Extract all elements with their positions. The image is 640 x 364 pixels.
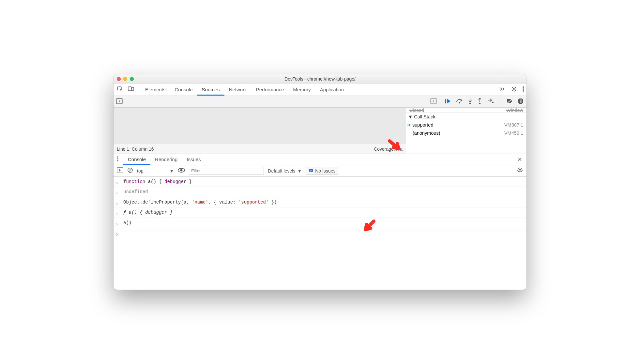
console-line: ƒ a() { debugger } xyxy=(114,207,526,218)
levels-value: Default levels xyxy=(268,168,295,174)
deactivate-breakpoints-icon[interactable] xyxy=(506,98,513,105)
minimize-dot-icon[interactable] xyxy=(123,77,127,81)
code-segment: } xyxy=(186,179,192,184)
zoom-dot-icon[interactable] xyxy=(130,77,134,81)
input-chevron-icon xyxy=(116,179,118,187)
tab-network[interactable]: Network xyxy=(224,83,251,96)
pause-on-exceptions-icon[interactable] xyxy=(517,98,524,105)
svg-point-18 xyxy=(117,160,118,161)
issues-chip-label: No Issues xyxy=(315,168,335,174)
svg-point-16 xyxy=(117,156,118,158)
svg-rect-2 xyxy=(132,87,134,91)
svg-point-10 xyxy=(459,102,460,103)
show-sidebar-icon[interactable] xyxy=(117,167,123,174)
sources-body: Line 1, Column 16 Coverage: n/a Closed W… xyxy=(114,108,526,154)
step-icon[interactable] xyxy=(487,98,494,105)
code-segment: ƒ a() { debugger } xyxy=(123,210,173,215)
step-out-icon[interactable] xyxy=(477,98,482,105)
code-segment: function xyxy=(123,179,148,184)
stack-frame-name: supported xyxy=(412,122,434,128)
tab-application[interactable]: Application xyxy=(315,83,348,96)
clear-console-icon[interactable] xyxy=(127,167,133,174)
settings-gear-icon[interactable] xyxy=(511,86,517,93)
resume-icon[interactable] xyxy=(445,98,451,105)
console-line: undefined xyxy=(114,187,526,197)
svg-point-11 xyxy=(469,103,471,104)
step-into-icon[interactable] xyxy=(467,98,473,105)
current-frame-arrow-icon: ➔ xyxy=(407,122,411,128)
stack-frame[interactable]: (anonymous)VM459:1 xyxy=(406,129,526,137)
coverage-label: Coverage: n/a xyxy=(374,146,403,152)
drawer-tab-issues[interactable]: Issues xyxy=(182,154,205,165)
show-debugger-icon[interactable] xyxy=(430,98,437,105)
sources-toolbar xyxy=(114,96,526,108)
code-segment: 'name' xyxy=(192,200,208,205)
console-line: a() xyxy=(114,218,526,228)
svg-rect-24 xyxy=(310,170,312,171)
window-title: DevTools - chrome://new-tab-page/ xyxy=(114,76,526,82)
issues-icon xyxy=(309,168,313,174)
output-chevron-icon xyxy=(116,189,118,197)
show-navigator-icon[interactable] xyxy=(116,98,123,105)
kebab-menu-icon[interactable] xyxy=(522,86,525,93)
main-tabs-row: ElementsConsoleSourcesNetworkPerformance… xyxy=(114,83,526,96)
more-tabs-chevrons-icon[interactable] xyxy=(500,87,506,92)
issues-chip[interactable]: No Issues xyxy=(306,167,338,175)
code-segment: debugger xyxy=(164,179,186,184)
stack-frame-location: VM459:1 xyxy=(504,130,523,136)
code-segment: a() { xyxy=(148,179,164,184)
input-chevron-icon xyxy=(116,220,118,228)
traffic-lights[interactable] xyxy=(117,77,134,81)
debugger-pane: Closed Window ▼ Call Stack ➔supportedVM3… xyxy=(406,108,526,154)
context-value: top xyxy=(137,168,143,174)
console-output[interactable]: function a() { debugger }undefinedObject… xyxy=(114,177,526,290)
truncated-scope: Closed xyxy=(409,108,424,113)
console-settings-gear-icon[interactable] xyxy=(517,167,523,174)
devtools-window: DevTools - chrome://new-tab-page/ Elemen… xyxy=(114,74,526,290)
svg-point-6 xyxy=(523,90,524,92)
tab-console[interactable]: Console xyxy=(170,83,197,96)
console-prompt[interactable] xyxy=(114,228,526,231)
drawer-tab-console[interactable]: Console xyxy=(123,154,150,165)
triangle-down-icon: ▼ xyxy=(408,114,413,119)
stack-frame-location: VM307:1 xyxy=(504,122,523,128)
tab-sources[interactable]: Sources xyxy=(197,83,224,96)
levels-selector[interactable]: Default levels ▼ xyxy=(268,168,302,174)
tab-memory[interactable]: Memory xyxy=(289,83,315,96)
output-chevron-icon xyxy=(116,209,118,218)
code-segment: a() xyxy=(123,220,131,225)
tab-elements[interactable]: Elements xyxy=(141,83,170,96)
titlebar: DevTools - chrome://new-tab-page/ xyxy=(114,74,526,83)
code-segment: }) xyxy=(268,200,277,205)
chevron-down-icon: ▼ xyxy=(169,168,174,174)
code-segment: , { value: xyxy=(208,200,238,205)
svg-rect-14 xyxy=(520,99,521,103)
step-over-icon[interactable] xyxy=(456,98,463,105)
truncated-scope-right: Window xyxy=(506,108,523,113)
svg-rect-9 xyxy=(445,99,446,103)
inspect-icon[interactable] xyxy=(117,86,123,93)
svg-rect-1 xyxy=(128,87,131,91)
svg-point-26 xyxy=(519,169,521,171)
drawer-close-icon[interactable]: × xyxy=(516,155,523,164)
svg-point-5 xyxy=(523,88,524,90)
drawer-tab-rendering[interactable]: Rendering xyxy=(150,154,182,165)
svg-point-4 xyxy=(523,86,524,88)
close-dot-icon[interactable] xyxy=(117,77,121,81)
svg-point-22 xyxy=(180,169,183,172)
svg-point-12 xyxy=(479,103,480,104)
context-selector[interactable]: top ▼ xyxy=(137,168,174,174)
tab-performance[interactable]: Performance xyxy=(251,83,289,96)
chevron-down-icon: ▼ xyxy=(297,168,302,174)
console-line: function a() { debugger } xyxy=(114,177,526,187)
stack-frame-name: (anonymous) xyxy=(413,130,440,136)
call-stack-header[interactable]: ▼ Call Stack xyxy=(406,113,526,121)
source-editor[interactable] xyxy=(114,108,406,144)
stack-frame[interactable]: ➔supportedVM307:1 xyxy=(406,121,526,129)
live-expression-icon[interactable] xyxy=(178,168,185,174)
console-filter-input[interactable] xyxy=(189,167,264,175)
code-segment: 'supported' xyxy=(238,200,268,205)
kebab-menu-icon[interactable] xyxy=(117,156,121,163)
cursor-position: Line 1, Column 16 xyxy=(117,146,154,152)
device-icon[interactable] xyxy=(128,86,134,93)
